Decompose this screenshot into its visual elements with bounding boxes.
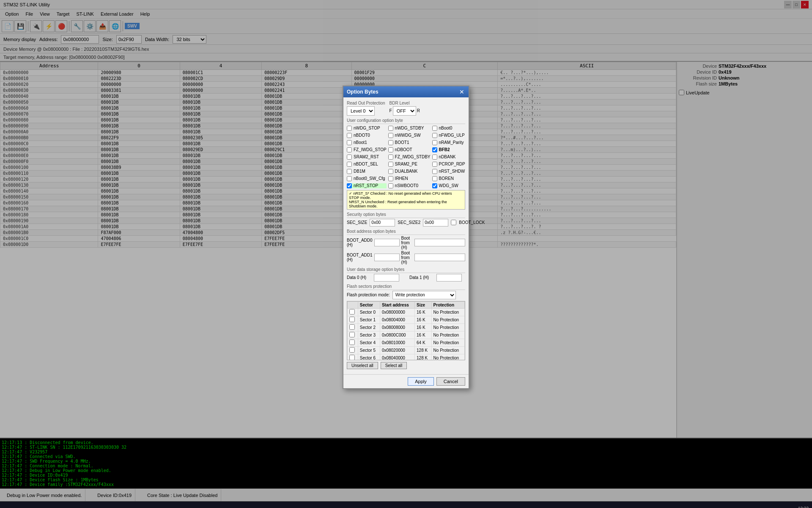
sector-prot: No Protection — [431, 354, 464, 360]
sector-name: Sector 4 — [358, 339, 380, 346]
sector-checkbox[interactable] — [349, 340, 355, 345]
sector-table: Sector Start address Size Protection Sec… — [347, 301, 465, 360]
cb-nrst-shdw: nRST_SHDW — [432, 169, 465, 174]
sector-col-prot: Protection — [431, 301, 464, 308]
cb-fz-fwdg-stdby-input[interactable] — [388, 155, 393, 160]
boot-lock-label: BOOT_LOCK — [459, 220, 485, 225]
sector-size: 128 K — [415, 354, 432, 360]
sector-table-container: Sector Start address Size Protection Sec… — [347, 301, 465, 360]
sector-checkbox[interactable] — [349, 355, 355, 360]
boot-addr-row1: BOOT_ADD1 (H) Boot from (H) — [347, 251, 465, 265]
data1-input[interactable] — [436, 274, 462, 282]
boot-add0-input[interactable] — [374, 239, 400, 246]
rop-select[interactable]: Level 0 Level 1 Level 2 — [347, 106, 375, 116]
sec-size-input[interactable] — [370, 219, 395, 226]
flash-prot-mode-select[interactable]: Write protection PCROP — [392, 291, 456, 299]
cb-nboot0-0-input[interactable] — [347, 133, 352, 138]
dialog-title: Option Bytes — [347, 89, 379, 95]
cb-wdg-sw: WDG_SW — [432, 183, 465, 188]
cb-nboot0-sw-cfg: nBoot0_SW_Cfg — [347, 176, 387, 181]
sector-checkbox[interactable] — [349, 347, 355, 353]
cb-boren-input[interactable] — [432, 176, 437, 181]
sector-name: Sector 3 — [358, 331, 380, 339]
cb-boren: BOREN — [432, 176, 465, 181]
cb-nram-parity: nRAM_Parity — [432, 140, 465, 145]
cb-nboot0-input[interactable] — [432, 126, 437, 131]
cb-wdg-sw-input[interactable] — [432, 183, 437, 188]
boot-add1-label: BOOT_ADD1 (H) — [347, 253, 373, 262]
select-all-button[interactable]: Select all — [381, 362, 407, 369]
sector-size: 16 K — [415, 308, 432, 316]
sector-checkbox[interactable] — [349, 324, 355, 330]
cb-sram2-pe-input[interactable] — [388, 162, 393, 167]
cancel-button[interactable]: Cancel — [436, 377, 465, 386]
cb-dualbank-input[interactable] — [388, 169, 393, 174]
boot-lock-checkbox[interactable] — [451, 220, 456, 225]
option-bytes-dialog: Option Bytes ✕ Read Out Protection Level… — [343, 86, 469, 389]
tooltip-unchecked-text: NRST_N Unchecked : Reset generated when … — [349, 200, 447, 208]
sector-size: 64 K — [415, 339, 432, 346]
boot-from1-input[interactable] — [414, 254, 465, 261]
sector-addr: 0x08010000 — [380, 339, 414, 346]
sector-prot: No Protection — [431, 339, 464, 346]
sec-size2-input[interactable] — [423, 219, 448, 226]
sector-prot: No Protection — [431, 316, 464, 323]
cb-nram-parity-input[interactable] — [432, 140, 437, 145]
cb-nswboot0-input[interactable] — [388, 183, 393, 188]
cb-iwdg-stdby: nWDG_STDBY — [388, 126, 431, 131]
data0-input[interactable] — [374, 274, 399, 282]
security-section-title: Security option bytes — [347, 212, 465, 218]
dialog-body: Read Out Protection Level 0 Level 1 Leve… — [343, 97, 469, 374]
dialog-title-bar: Option Bytes ✕ — [343, 86, 469, 97]
data1-label: Data 1 (H) — [409, 275, 435, 280]
boot-addr-row0: BOOT_ADD0 (H) Boot from (H) — [347, 236, 465, 250]
cb-nboot1-input[interactable] — [347, 140, 352, 145]
cb-bfb2-input[interactable] — [432, 147, 437, 152]
cb-pcrop-rdp: PCROP_RDP — [432, 162, 465, 167]
cb-nboot-sel: nBDOT_SEL — [347, 162, 387, 167]
cb-nrst-stop-input[interactable] — [347, 183, 352, 188]
sector-checkbox[interactable] — [349, 332, 355, 337]
cb-nboot1: nBoot1 — [347, 140, 387, 145]
sector-name: Sector 1 — [358, 316, 380, 323]
cb-ndboot-input[interactable] — [388, 147, 393, 152]
cb-iwdg-stdby-input[interactable] — [388, 126, 393, 131]
cb-db1m-input[interactable] — [347, 169, 352, 174]
cb-nboot-sel-input[interactable] — [347, 162, 352, 167]
boot-from0-input[interactable] — [414, 239, 465, 246]
cb-wwdg-sw-input[interactable] — [388, 133, 393, 138]
cb-fz-fwdg-stdby: FZ_IWDG_STDBY — [388, 155, 431, 160]
tooltip-checked-text: ✓ nRST_S* Checked : No reset generated w… — [349, 191, 452, 200]
user-config-section-title: User configuration option byte — [347, 118, 465, 124]
boot-add1-input[interactable] — [374, 254, 400, 261]
user-config-checkboxes: nWDG_STOP nWDG_STDBY nBoot0 nBDOT0 nWWDG… — [347, 125, 465, 189]
sec-size2-label: SEC_SIZE2 — [398, 220, 420, 225]
cb-wwdg-sw: nWWDG_SW — [388, 133, 431, 138]
sector-size: 128 K — [415, 346, 432, 354]
cb-boot1-input[interactable] — [388, 140, 393, 145]
cb-iwdg-stop: nWDG_STOP — [347, 126, 387, 131]
cb-fwdg-ulp-input[interactable] — [432, 133, 437, 138]
cb-sram2-rst-input[interactable] — [347, 155, 352, 160]
unselect-all-button[interactable]: Unselect all — [347, 362, 378, 369]
cb-iwdg-stop-input[interactable] — [347, 126, 352, 131]
tooltip-area: ✓ nRST_S* Checked : No reset generated w… — [347, 190, 465, 210]
sector-checkbox[interactable] — [349, 317, 355, 322]
apply-button[interactable]: Apply — [408, 377, 434, 386]
cb-nrst-shdw-input[interactable] — [432, 169, 437, 174]
dialog-close-button[interactable]: ✕ — [458, 88, 465, 95]
user-data-row: Data 0 (H) Data 1 (H) — [347, 274, 465, 282]
cb-nboot0-sw-cfg-input[interactable] — [347, 176, 352, 181]
user-data-section-title: User data storage option bytes — [347, 267, 465, 273]
sector-row: Sector 20x0800800016 KNo Protection — [348, 323, 465, 331]
sector-addr: 0x08000000 — [380, 308, 414, 316]
sector-addr: 0x08040000 — [380, 354, 414, 360]
cb-ndbank-input[interactable] — [432, 155, 437, 160]
cb-db1m: DB1M — [347, 169, 387, 174]
cb-pcrop-rdp-input[interactable] — [432, 162, 437, 167]
cb-irhen-input[interactable] — [388, 176, 393, 181]
bdr-label: BDR Level — [390, 101, 420, 105]
cb-fz-iwdg-stop-input[interactable] — [347, 147, 352, 152]
bdr-select[interactable]: OFF ON — [393, 106, 416, 116]
sector-checkbox[interactable] — [349, 309, 355, 315]
